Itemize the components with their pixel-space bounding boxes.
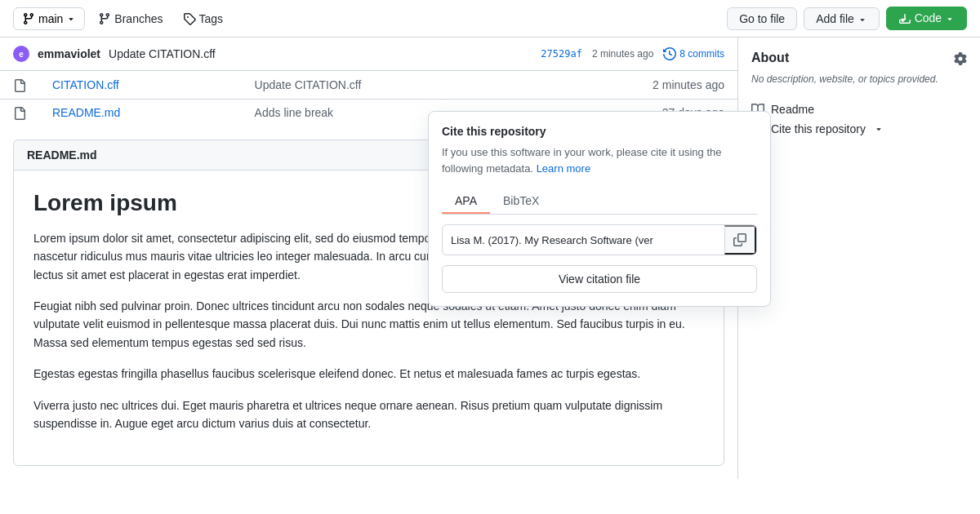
commit-message: Update CITATION.cff — [109, 47, 216, 60]
popover-title: Cite this repository — [442, 125, 757, 138]
citation-text: Lisa M. (2017). My Research Software (ve… — [443, 228, 724, 253]
history-icon — [663, 47, 676, 60]
readme-label: Readme — [771, 103, 814, 116]
go-to-file-button[interactable]: Go to file — [727, 7, 797, 30]
code-button[interactable]: Code — [886, 7, 967, 30]
tags-icon — [183, 12, 196, 25]
gear-icon[interactable] — [954, 51, 967, 65]
sidebar-title: About — [751, 51, 789, 65]
readme-para-4: Viverra justo nec ultrices dui. Eget mau… — [33, 397, 704, 433]
toolbar: main Branches Tags Go to file Add file C… — [0, 0, 980, 38]
learn-more-link[interactable]: Learn more — [537, 162, 590, 175]
sidebar: About No description, website, or topics… — [738, 38, 980, 479]
branches-label: Branches — [114, 12, 163, 25]
chevron-down-icon — [66, 14, 76, 24]
branches-icon — [98, 12, 111, 25]
commit-hash[interactable]: 27529af — [541, 48, 582, 60]
file-icon — [13, 79, 26, 92]
file-name-readme[interactable]: README.md — [52, 106, 120, 119]
cite-chevron-icon — [874, 124, 884, 134]
tags-link[interactable]: Tags — [176, 8, 230, 29]
branch-icon — [22, 12, 35, 25]
add-file-button[interactable]: Add file — [804, 7, 880, 30]
commit-time: 2 minutes ago — [592, 48, 653, 60]
file-icon-cell — [0, 71, 39, 99]
cite-popover: Cite this repository If you use this sof… — [428, 111, 771, 307]
tab-bibtex[interactable]: BibTeX — [490, 189, 552, 214]
file-name-citation[interactable]: CITATION.cff — [52, 78, 119, 91]
readme-link[interactable]: Readme — [751, 100, 967, 119]
table-row: CITATION.cff Update CITATION.cff 2 minut… — [0, 71, 737, 99]
readme-para-3: Egestas egestas fringilla phasellus fauc… — [33, 365, 704, 383]
file-commit-msg-readme: Adds line break — [255, 106, 334, 119]
sidebar-description: No description, website, or topics provi… — [751, 72, 967, 86]
download-icon — [898, 12, 911, 25]
file-icon-cell — [0, 99, 39, 126]
main-layout: e emmaviolet Update CITATION.cff 27529af… — [0, 38, 980, 479]
cite-link[interactable]: Cite this repository — [751, 119, 967, 139]
commits-link[interactable]: 8 commits — [663, 47, 724, 60]
branch-name: main — [38, 12, 63, 25]
commit-row: e emmaviolet Update CITATION.cff 27529af… — [0, 38, 737, 71]
cite-tabs: APA BibTeX — [442, 189, 757, 215]
popover-description: If you use this software in your work, p… — [442, 144, 757, 176]
view-citation-button[interactable]: View citation file — [442, 265, 757, 293]
copy-icon — [733, 233, 746, 246]
copy-citation-button[interactable] — [724, 225, 756, 255]
tab-apa[interactable]: APA — [442, 189, 490, 214]
commits-count: 8 commits — [679, 48, 724, 60]
file-time-citation: 2 minutes ago — [527, 71, 737, 99]
sidebar-header: About — [751, 51, 967, 65]
file-commit-msg-citation: Update CITATION.cff — [255, 78, 362, 91]
citation-box: Lisa M. (2017). My Research Software (ve… — [442, 224, 757, 255]
branches-link[interactable]: Branches — [91, 8, 169, 29]
commit-meta: 27529af 2 minutes ago 8 commits — [541, 47, 724, 60]
avatar: e — [13, 46, 29, 62]
tags-label: Tags — [199, 12, 224, 25]
code-chevron-icon — [945, 14, 955, 24]
file-icon — [13, 107, 26, 120]
branch-selector[interactable]: main — [13, 7, 85, 30]
commit-author: emmaviolet — [38, 47, 100, 60]
cite-label: Cite this repository — [771, 122, 866, 135]
add-file-chevron-icon — [858, 15, 867, 24]
